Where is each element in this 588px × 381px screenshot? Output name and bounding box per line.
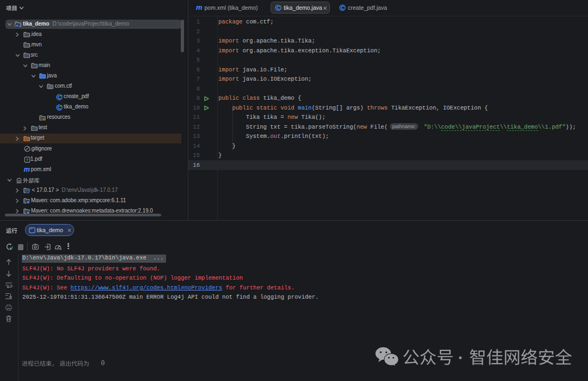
svg-text:?: ? xyxy=(26,157,28,162)
